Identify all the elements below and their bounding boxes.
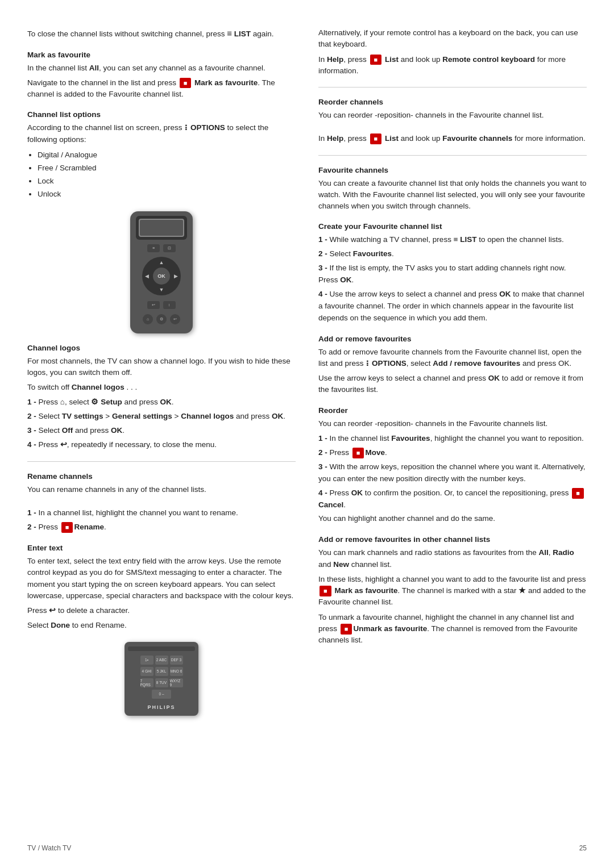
add-remove-fav-p1: To add or remove favourite channels from…: [318, 347, 587, 370]
page-footer: TV / Watch TV 25: [0, 844, 614, 852]
intro-text: To close the channel lists without switc…: [27, 27, 296, 40]
reorder-fav-step-2: 2 - Press ■Move.: [318, 447, 587, 459]
reorder-fav-step-4: 4 - Press OK to confirm the position. Or…: [318, 487, 587, 511]
kb-brand: PHILIPS: [147, 704, 175, 710]
mark-as-btn: ■: [180, 78, 192, 89]
divider-3: [318, 155, 587, 156]
alt-keyboard-p1: Alternatively, if your remote control ha…: [318, 27, 587, 51]
reorder-fav-step-5: You can highlight another channel and do…: [318, 513, 587, 525]
enter-text-p2: Press ↩ to delete a character.: [27, 605, 296, 616]
create-fav-step-1: 1 - While watching a TV channel, press ≡…: [318, 234, 587, 246]
rename-step-2: 2 - Press ■Rename.: [27, 521, 296, 533]
cancel-btn: ■: [572, 488, 584, 499]
create-fav-step-2: 2 - Select Favourites.: [318, 248, 587, 260]
logos-step-2: 2 - Select TV settings > General setting…: [27, 411, 296, 423]
add-remove-fav-title: Add or remove favourites: [318, 335, 587, 343]
mark-fav-p1: In the channel list All, you can set any…: [27, 62, 296, 74]
kb-row-1: 1• 2 ABC DEF 3: [140, 656, 183, 665]
add-remove-other-p1: You can mark channels and radio stations…: [318, 547, 587, 570]
channel-logos-p2: To switch off Channel logos . . .: [27, 382, 296, 393]
add-remove-other-p2: In these lists, highlight a channel you …: [318, 574, 587, 608]
reorder-channels-p2: In Help, press ■ List and look up Favour…: [318, 133, 587, 144]
create-fav-step-4: 4 - Use the arrow keys to select a chann…: [318, 289, 587, 324]
mark-fav-title: Mark as favourite: [27, 51, 296, 59]
rename-channels-title: Rename channels: [27, 472, 296, 481]
enter-text-p3: Select Done to end Rename.: [27, 620, 296, 631]
mark-fav-p2: Navigate to the channel in the list and …: [27, 77, 296, 101]
channel-logos-title: Channel logos: [27, 344, 296, 352]
remote-image: ≡ ⊡ ▲ ▼ ◀ ▶ OK ↩ ⫶ ⌂ ⚙ ↩: [27, 211, 296, 333]
add-remove-fav-p2: Use the arrow keys to select a channel a…: [318, 373, 587, 396]
enter-text-p1: To enter text, select the text entry fie…: [27, 556, 296, 602]
kb-row-2: 4 GHI 5 JKL MNO 6: [140, 667, 183, 676]
channel-options-title: Channel list options: [27, 110, 296, 119]
reorder-channels-title: Reorder channels: [318, 98, 587, 106]
reorder-fav-p1: You can reorder -reposition- channels in…: [318, 418, 587, 429]
logos-step-1: 1 - Press ⌂, select ⚙ Setup and press OK…: [27, 397, 296, 408]
logos-step-3: 3 - Select Off and press OK.: [27, 425, 296, 437]
create-fav-step-3: 3 - If the list is empty, the TV asks yo…: [318, 262, 587, 286]
alt-keyboard-p2: In Help, press ■ List and look up Remote…: [318, 54, 587, 77]
remote-screen: [136, 216, 187, 240]
option-item: Free / Scrambled: [38, 162, 296, 175]
remote-top-buttons: ≡ ⊡: [136, 244, 187, 252]
rename-step-1: 1 - In a channel list, highlight the cha…: [27, 507, 296, 519]
option-item: Digital / Analogue: [38, 149, 296, 162]
unmark-fav-btn: ■: [341, 624, 352, 635]
fav-channels-title: Favourite channels: [318, 166, 587, 174]
create-fav-title: Create your Favourite channel list: [318, 222, 587, 231]
remote-nav-circle: ▲ ▼ ◀ ▶ OK: [142, 257, 181, 295]
channel-options-p1: According to the channel list on screen,…: [27, 122, 296, 145]
remote-control: ≡ ⊡ ▲ ▼ ◀ ▶ OK ↩ ⫶ ⌂ ⚙ ↩: [130, 211, 193, 333]
add-remove-other-p3: To unmark a favourite channel, highlight…: [318, 612, 587, 646]
channel-logos-p1: For most channels, the TV can show a cha…: [27, 356, 296, 379]
divider-1: [27, 461, 296, 462]
list-btn: ■: [370, 55, 382, 65]
remote-icon-row: ⌂ ⚙ ↩: [136, 314, 187, 324]
reorder-fav-step-1: 1 - In the channel list Favourites, high…: [318, 433, 587, 445]
logos-step-4: 4 - Press ↩, repeatedly if necessary, to…: [27, 439, 296, 451]
enter-text-title: Enter text: [27, 544, 296, 552]
option-item: Lock: [38, 175, 296, 188]
keyboard-remote: 1• 2 ABC DEF 3 4 GHI 5 JKL MNO 6 7 PQRS …: [125, 642, 198, 716]
kb-row-3: 7 PQRS 8 TUV WXYZ 9: [140, 678, 183, 687]
mark-fav-btn: ■: [320, 586, 331, 596]
remote-middle-row: ↩ ⫶: [136, 301, 187, 309]
footer-section: TV / Watch TV: [27, 844, 71, 852]
channel-options-list: Digital / Analogue Free / Scrambled Lock…: [38, 149, 296, 201]
rename-btn: ■: [61, 522, 73, 533]
fav-channels-p1: You can create a favourite channel list …: [318, 178, 587, 212]
rename-channels-p1: You can rename channels in any of the ch…: [27, 484, 296, 495]
add-remove-other-title: Add or remove favourites in other channe…: [318, 535, 587, 544]
divider-2: [318, 87, 587, 87]
list-btn-2: ■: [370, 133, 382, 144]
reorder-channels-p1: You can reorder -reposition- channels in…: [318, 110, 587, 121]
footer-page-number: 25: [579, 844, 587, 852]
reorder-fav-title: Reorder: [318, 406, 587, 415]
kb-top-bar: [128, 646, 195, 651]
reorder-fav-step-3: 3 - With the arrow keys, reposition the …: [318, 461, 587, 485]
move-btn: ■: [352, 448, 364, 458]
keyboard-remote-image: 1• 2 ABC DEF 3 4 GHI 5 JKL MNO 6 7 PQRS …: [27, 642, 296, 716]
option-item: Unlock: [38, 188, 296, 201]
kb-row-4: 0 –: [152, 690, 171, 699]
